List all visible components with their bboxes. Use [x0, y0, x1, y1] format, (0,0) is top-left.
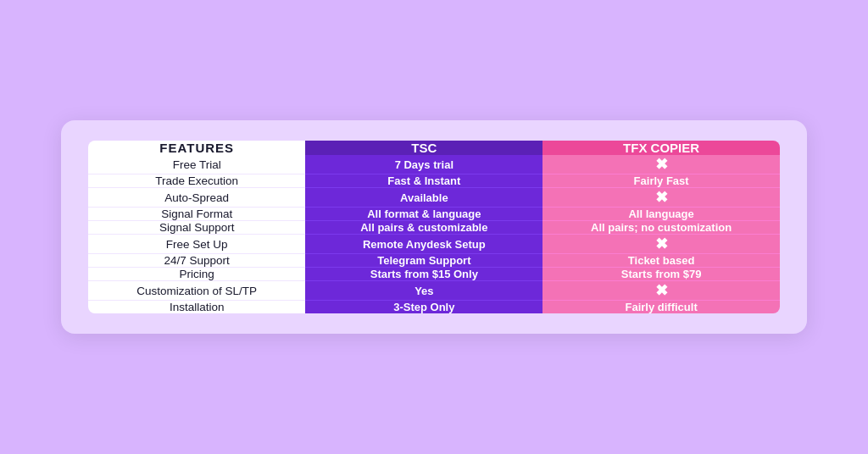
tsc-value: Fast & Instant	[305, 174, 542, 188]
feature-label: 24/7 Support	[88, 254, 305, 268]
tsc-value: 3-Step Only	[305, 301, 542, 313]
cross-icon: ✖	[655, 282, 668, 299]
tfx-value: Fairly difficult	[542, 301, 780, 313]
tfx-value: Starts from $79	[542, 268, 780, 281]
cross-icon: ✖	[655, 235, 668, 252]
tsc-value: Starts from $15 Only	[305, 268, 542, 281]
feature-label: Customization of SL/TP	[88, 281, 305, 301]
table-row: 24/7 SupportTelegram SupportTicket based	[88, 254, 780, 268]
table-row: Trade ExecutionFast & InstantFairly Fast	[88, 174, 780, 188]
feature-label: Free Set Up	[88, 235, 305, 254]
table-row: Installation3-Step OnlyFairly difficult	[88, 301, 780, 313]
col-header-tfx: TFX COPIER	[542, 141, 780, 155]
cross-icon: ✖	[655, 156, 668, 173]
tfx-value: ✖	[542, 188, 780, 208]
tfx-value: ✖	[542, 281, 780, 301]
tfx-value: All language	[542, 208, 780, 221]
feature-label: Auto-Spread	[88, 188, 305, 208]
comparison-container: FEATURES TSC TFX COPIER Free Trial7 Days…	[61, 120, 807, 334]
tsc-value: All pairs & customizable	[305, 221, 542, 235]
feature-label: Signal Support	[88, 221, 305, 235]
table-row: Free Set UpRemote Anydesk Setup✖	[88, 235, 780, 254]
tsc-value: Yes	[305, 281, 542, 301]
table-row: Auto-SpreadAvailable✖	[88, 188, 780, 208]
feature-label: Installation	[88, 301, 305, 313]
tsc-value: All format & language	[305, 208, 542, 221]
table-row: PricingStarts from $15 OnlyStarts from $…	[88, 268, 780, 281]
tfx-value: Fairly Fast	[542, 174, 780, 188]
table-row: Signal SupportAll pairs & customizableAl…	[88, 221, 780, 235]
cross-icon: ✖	[655, 189, 668, 206]
feature-label: Free Trial	[88, 155, 305, 174]
tfx-value: ✖	[542, 235, 780, 254]
tsc-value: 7 Days trial	[305, 155, 542, 174]
feature-label: Pricing	[88, 268, 305, 281]
tsc-value: Available	[305, 188, 542, 208]
col-header-features: FEATURES	[88, 141, 305, 155]
table-row: Free Trial7 Days trial✖	[88, 155, 780, 174]
table-row: Customization of SL/TPYes✖	[88, 281, 780, 301]
tfx-value: Ticket based	[542, 254, 780, 268]
col-header-tsc: TSC	[305, 141, 542, 155]
feature-label: Signal Format	[88, 208, 305, 221]
table-row: Signal FormatAll format & languageAll la…	[88, 208, 780, 221]
tfx-value: All pairs; no customization	[542, 221, 780, 235]
feature-label: Trade Execution	[88, 174, 305, 188]
comparison-table: FEATURES TSC TFX COPIER Free Trial7 Days…	[88, 141, 780, 313]
tsc-value: Telegram Support	[305, 254, 542, 268]
tfx-value: ✖	[542, 155, 780, 174]
tsc-value: Remote Anydesk Setup	[305, 235, 542, 254]
